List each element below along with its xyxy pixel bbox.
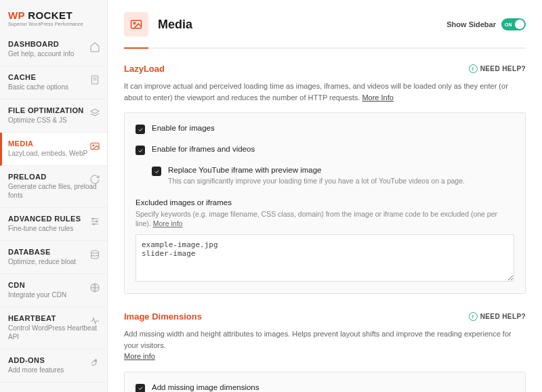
need-help-link[interactable]: i NEED HELP? [469,64,526,73]
checkbox-label: Enable for images [152,124,215,132]
checkbox-youtube-preview[interactable] [152,167,161,176]
database-icon [89,249,100,260]
svg-point-12 [91,251,99,253]
help-icon: i [469,312,478,321]
lazyload-description: It can improve actual and perceived load… [124,81,526,103]
sidebar: WP ROCKET Superior WordPress Performance… [0,0,108,392]
sidebar-item-dashboard[interactable]: DASHBOARD Get help, account info [0,33,107,66]
imgdim-panel: Add missing image dimensions [124,372,526,392]
section-title-lazyload: LazyLoad [124,64,469,74]
checkbox-add-dimensions[interactable] [136,384,145,392]
svg-point-5 [93,145,94,146]
refresh-icon [89,174,100,185]
main-content: Media Show Sidebar ON LazyLoad i NEED HE… [108,0,542,392]
sliders-icon [89,216,100,227]
excluded-textarea[interactable] [136,234,514,282]
need-help-link[interactable]: i NEED HELP? [469,312,526,321]
checkbox-enable-iframes[interactable] [136,146,145,155]
checkbox-label: Add missing image dimensions [152,383,259,391]
show-sidebar-toggle[interactable]: ON [501,18,526,30]
checkbox-label: Replace YouTube iframe with preview imag… [168,166,465,174]
file-icon [89,74,100,85]
svg-point-14 [95,360,96,362]
page-header: Media Show Sidebar ON [108,0,542,37]
image-icon [89,141,100,152]
checkbox-label: Enable for iframes and videos [152,145,255,153]
sidebar-item-file-optimization[interactable]: FILE OPTIMIZATION Optimize CSS & JS [0,100,107,133]
help-icon: i [469,64,478,73]
sidebar-item-advanced-rules[interactable]: ADVANCED RULES Fine-tune cache rules [0,208,107,241]
media-header-icon [124,12,148,37]
sidebar-item-preload[interactable]: PRELOAD Generate cache files, preload fo… [0,166,107,208]
home-icon [89,41,100,52]
lazyload-panel: Enable for images Enable for iframes and… [124,112,526,294]
more-info-link[interactable]: More Info [362,93,393,102]
svg-rect-4 [91,143,99,149]
more-info-link[interactable]: More info [124,352,155,360]
tab-indicator [124,47,526,49]
show-sidebar-label: Show Sidebar [446,20,496,28]
svg-marker-3 [91,109,99,114]
section-title-image-dimensions: Image Dimensions [124,311,469,322]
globe-icon [89,282,100,293]
logo: WP ROCKET Superior WordPress Performance [0,0,107,33]
rocket-icon [89,357,100,368]
excluded-desc: Specify keywords (e.g. image filename, C… [136,209,514,229]
logo-tagline: Superior WordPress Performance [8,22,99,26]
sidebar-item-addons[interactable]: ADD-ONS Add more features [0,349,107,383]
svg-rect-15 [131,20,142,28]
sidebar-item-media[interactable]: MEDIA LazyLoad, embeds, WebP [0,133,107,166]
layers-icon [89,108,100,118]
sidebar-item-database[interactable]: DATABASE Optimize, reduce bloat [0,241,107,274]
sidebar-item-cdn[interactable]: CDN Integrate your CDN [0,274,107,307]
heartbeat-icon [89,315,100,326]
sidebar-nav: DASHBOARD Get help, account info CACHE B… [0,33,107,392]
more-info-link[interactable]: More info [153,219,183,227]
checkbox-enable-images[interactable] [136,125,145,134]
page-title: Media [158,18,446,32]
svg-point-16 [133,22,136,24]
sidebar-item-cache[interactable]: CACHE Basic cache options [0,66,107,100]
sidebar-item-heartbeat[interactable]: HEARTBEAT Control WordPress Heartbeat AP… [0,307,107,349]
excluded-label: Excluded images or iframes [136,198,514,206]
imgdim-description: Add missing width and height attributes … [124,328,526,362]
checkbox-sublabel: This can significantly improve your load… [168,176,465,186]
